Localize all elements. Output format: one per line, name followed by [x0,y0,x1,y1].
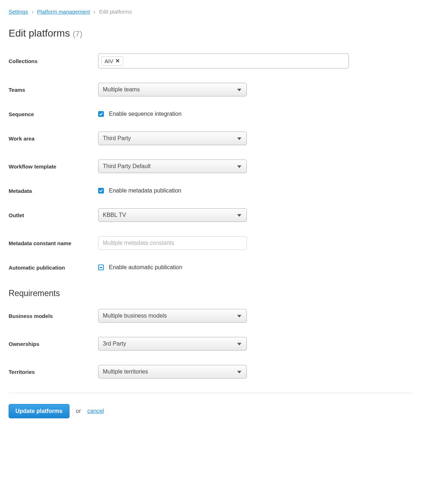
automatic-publication-checkbox[interactable] [98,265,104,270]
collections-input[interactable]: AIV ✕ [98,53,349,68]
work-area-select-value: Third Party [103,135,131,142]
territories-select[interactable]: Multiple territories [98,365,247,379]
outlet-select[interactable]: KBBL TV [98,208,247,222]
business-models-select[interactable]: Multiple business models [98,309,247,323]
page-title-count: (7) [73,29,82,38]
remove-token-icon[interactable]: ✕ [115,58,120,64]
sequence-checkbox-label: Enable sequence integration [109,111,182,117]
teams-label: Teams [9,87,98,93]
metadata-constant-input[interactable] [98,236,247,250]
business-models-select-value: Multiple business models [103,313,167,319]
chevron-down-icon [237,166,241,168]
or-text: or [76,408,81,414]
ownerships-select-value: 3rd Party [103,341,126,347]
requirements-title: Requirements [9,289,413,298]
breadcrumb-separator: › [32,9,33,15]
outlet-label: Outlet [9,212,98,218]
work-area-label: Work area [9,135,98,142]
check-icon [99,112,103,116]
metadata-checkbox[interactable] [98,188,104,194]
metadata-label: Metadata [9,188,98,194]
territories-select-value: Multiple territories [103,369,148,375]
chevron-down-icon [237,138,241,140]
work-area-select[interactable]: Third Party [98,132,247,145]
chevron-down-icon [237,214,241,217]
outlet-select-value: KBBL TV [103,212,126,218]
collection-token[interactable]: AIV ✕ [101,56,123,66]
chevron-down-icon [237,343,241,346]
chevron-down-icon [237,371,241,374]
metadata-checkbox-label: Enable metadata publication [109,187,181,194]
breadcrumb-settings[interactable]: Settings [9,9,28,15]
indeterminate-icon [100,267,102,268]
collections-label: Collections [9,58,98,64]
sequence-label: Sequence [9,111,98,117]
form-actions: Update platforms or cancel [9,404,413,418]
cancel-link[interactable]: cancel [87,408,104,414]
page-title-text: Edit platforms [9,28,70,39]
business-models-label: Business models [9,313,98,319]
divider [9,393,413,393]
automatic-publication-checkbox-label: Enable automatic publication [109,264,182,271]
breadcrumb-separator: › [93,9,95,15]
breadcrumb: Settings › Platform management › Edit pl… [9,9,413,15]
workflow-template-select[interactable]: Third Party Default [98,160,247,173]
teams-select[interactable]: Multiple teams [98,83,247,96]
ownerships-select[interactable]: 3rd Party [98,337,247,351]
update-platforms-button[interactable]: Update platforms [9,404,69,418]
breadcrumb-platform-management[interactable]: Platform management [37,9,90,15]
workflow-template-label: Workflow template [9,163,98,170]
metadata-constant-label: Metadata constant name [9,240,98,246]
automatic-publication-label: Automatic publication [9,265,98,271]
teams-select-value: Multiple teams [103,86,140,93]
collection-token-label: AIV [105,58,113,64]
chevron-down-icon [237,89,241,91]
territories-label: Territories [9,369,98,375]
breadcrumb-current: Edit platforms [99,9,132,15]
chevron-down-icon [237,315,241,318]
check-icon [99,189,103,192]
sequence-checkbox[interactable] [98,111,104,117]
workflow-template-select-value: Third Party Default [103,163,150,170]
ownerships-label: Ownerships [9,341,98,347]
page-title: Edit platforms (7) [9,28,413,39]
